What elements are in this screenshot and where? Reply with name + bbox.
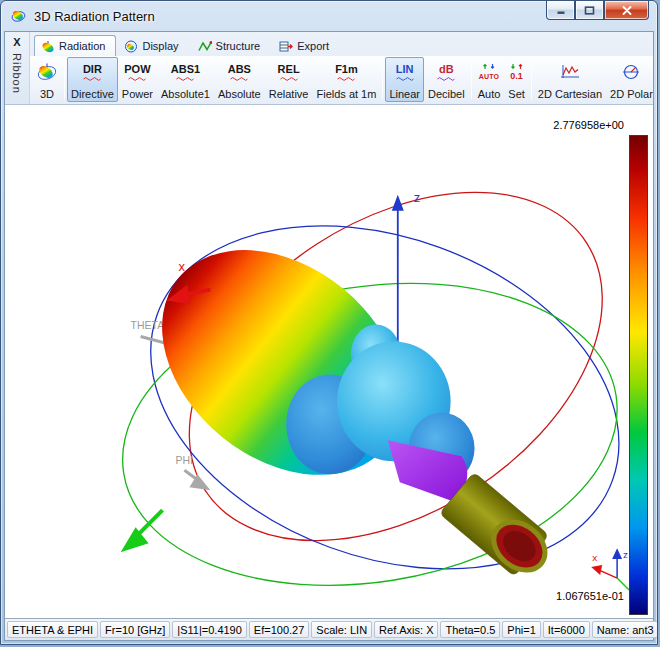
directive-icon: DIR — [83, 60, 102, 84]
relative-icon: REL — [278, 60, 300, 84]
scale-max-value: 2.776958e+00 — [553, 119, 624, 131]
button-label: Power — [122, 88, 153, 100]
power-button[interactable]: POW Power — [118, 57, 157, 102]
set-scale-button[interactable]: 0.1 Set — [504, 57, 529, 102]
tab-label: Radiation — [59, 40, 105, 52]
mini-y-axis — [617, 578, 629, 590]
fields-at-1m-button[interactable]: F1m Fields at 1m — [312, 57, 380, 102]
mini-z-arrowhead — [612, 548, 622, 559]
decibel-button[interactable]: dB Decibel — [424, 57, 469, 102]
tab-display[interactable]: Display — [117, 35, 189, 56]
linear-button[interactable]: LIN Linear — [385, 57, 424, 102]
2d-cartesian-button[interactable]: 2D Cartesian — [534, 57, 606, 102]
mini-z-label: z — [623, 549, 628, 560]
power-icon: POW — [124, 60, 150, 84]
status-theta-step: Theta=0.5 — [440, 621, 500, 638]
linear-icon: LIN — [396, 60, 414, 84]
2d-cartesian-icon — [560, 60, 580, 84]
radiation-pattern-scene: z THETA — [5, 105, 653, 618]
2d-polar-icon — [622, 60, 640, 84]
close-button[interactable] — [604, 1, 649, 20]
3d-pattern-icon — [36, 60, 58, 84]
ribbon-main: Radiation Display Structure — [30, 32, 653, 104]
3d-view-button[interactable]: 3D — [32, 57, 62, 102]
button-label: Directive — [71, 88, 114, 100]
tab-label: Structure — [216, 40, 261, 52]
button-label: Set — [508, 88, 525, 100]
set-scale-icon: 0.1 — [510, 60, 524, 84]
status-frequency: Fr=10 [GHz] — [100, 621, 170, 638]
button-label: Relative — [269, 88, 309, 100]
client-area: X Ribbon Radiation D — [4, 31, 654, 641]
window-controls — [546, 1, 649, 20]
directive-button[interactable]: DIR Directive — [67, 57, 118, 102]
button-label: Auto — [478, 88, 501, 100]
toolbar-separator — [531, 60, 532, 99]
maximize-icon — [584, 6, 595, 15]
minimize-button[interactable] — [546, 1, 575, 20]
absolute-icon: ABS — [228, 60, 251, 84]
ribbon-area: X Ribbon Radiation D — [5, 32, 653, 105]
3d-viewport[interactable]: z THETA — [5, 105, 653, 618]
mini-x-label: x — [592, 552, 597, 563]
absolute-button[interactable]: ABS Absolute — [214, 57, 265, 102]
tab-radiation[interactable]: Radiation — [34, 35, 116, 56]
mini-x-arrowhead — [591, 565, 602, 575]
relative-button[interactable]: REL Relative — [265, 57, 313, 102]
color-scale-bar — [629, 135, 648, 615]
auto-scale-icon: AUTO — [479, 60, 500, 84]
titlebar[interactable]: 3D Radiation Pattern — [1, 1, 657, 31]
z-axis-label: z — [414, 190, 420, 205]
statusbar: ETHETA & EPHI Fr=10 [GHz] |S11|=0.4190 E… — [5, 618, 653, 640]
button-label: 2D Cartesian — [538, 88, 602, 100]
fields-at-1m-icon: F1m — [335, 60, 358, 84]
minimize-icon — [556, 6, 566, 15]
mini-x-axis — [599, 570, 617, 578]
button-label: Absolute1 — [161, 88, 210, 100]
button-label: Linear — [389, 88, 420, 100]
structure-tab-icon — [198, 40, 212, 53]
toolbar-separator — [382, 60, 383, 99]
absolute1-icon: ABS1 — [171, 60, 200, 84]
tab-structure[interactable]: Structure — [191, 35, 272, 56]
radiation-tab-icon — [41, 40, 55, 53]
button-label: 3D — [40, 88, 54, 100]
ribbon-collapse-button[interactable]: X — [9, 35, 25, 50]
theta-label: THETA — [131, 320, 165, 331]
close-icon — [621, 6, 633, 15]
x-axis-label: x — [178, 259, 185, 274]
toolbar-separator — [471, 60, 472, 99]
status-name: Name: ant3 1/1 — [592, 621, 658, 638]
tabstrip: Radiation Display Structure — [30, 32, 653, 56]
toolbar-separator — [64, 60, 65, 99]
z-axis-arrowhead — [392, 195, 404, 211]
y-axis — [139, 510, 163, 534]
tab-label: Display — [142, 40, 178, 52]
display-tab-icon — [124, 40, 138, 53]
scale-min-value: 1.067651e-01 — [556, 590, 624, 602]
status-s11: |S11|=0.4190 — [172, 621, 247, 638]
absolute1-button[interactable]: ABS1 Absolute1 — [157, 57, 214, 102]
phi-label: PHI — [175, 455, 192, 466]
status-efficiency: Ef=100.27 — [249, 621, 309, 638]
status-components: ETHETA & EPHI — [7, 621, 98, 638]
button-label: Decibel — [428, 88, 465, 100]
2d-polar-button[interactable]: 2D Polar — [606, 57, 653, 102]
ribbon-strip: X Ribbon — [5, 32, 30, 104]
export-tab-icon — [279, 40, 293, 53]
app-icon — [10, 8, 28, 24]
app-window: 3D Radiation Pattern X Ribbon — [0, 0, 658, 645]
button-label: Absolute — [218, 88, 261, 100]
window-title: 3D Radiation Pattern — [34, 9, 155, 24]
maximize-button[interactable] — [575, 1, 604, 20]
button-label: 2D Polar — [610, 88, 653, 100]
tab-export[interactable]: Export — [272, 35, 340, 56]
status-iterations: It=6000 — [543, 621, 590, 638]
tab-label: Export — [297, 40, 329, 52]
auto-scale-button[interactable]: AUTO Auto — [474, 57, 505, 102]
ribbon-side-label: Ribbon — [11, 53, 23, 94]
decibel-icon: dB — [437, 60, 455, 84]
status-scale: Scale: LIN — [311, 621, 372, 638]
ribbon-toolbar: 3D DIR Directive POW — [30, 56, 653, 104]
button-label: Fields at 1m — [316, 88, 376, 100]
